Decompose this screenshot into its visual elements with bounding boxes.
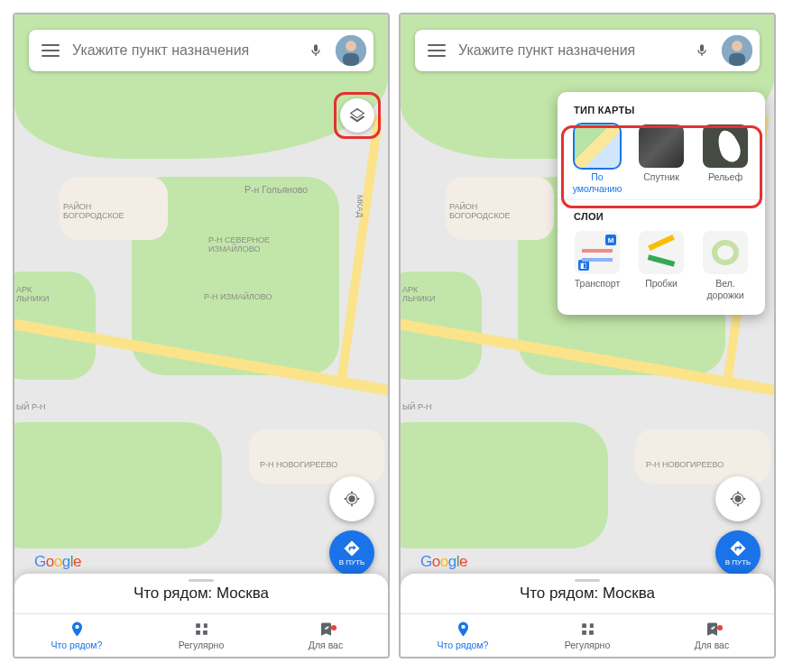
layer-traffic-thumb: [639, 231, 684, 274]
search-input[interactable]: [458, 42, 682, 59]
nav-item-nearby[interactable]: Что рядом?: [14, 614, 139, 657]
nav-label: Что рядом?: [51, 640, 103, 650]
map-type-terrain[interactable]: Рельеф: [696, 124, 754, 194]
map-type-satellite[interactable]: Спутник: [632, 124, 690, 194]
layer-traffic[interactable]: Пробки: [632, 231, 690, 300]
map-label: ЫЙ Р-Н: [16, 402, 45, 411]
map-label: ЫЙ Р-Н: [402, 402, 431, 411]
layers-button[interactable]: [340, 98, 374, 133]
bottom-nav: Что рядом? Регулярно Для вас: [401, 613, 774, 657]
notification-dot: [717, 625, 723, 631]
layer-label: Пробки: [645, 278, 678, 290]
map-label: Р-Н НОВОГИРЕЕВО: [646, 460, 724, 469]
map-type-terrain-thumb: [703, 124, 748, 168]
map-type-label: Спутник: [643, 171, 679, 183]
my-location-button[interactable]: [329, 476, 374, 521]
nav-label: Для вас: [309, 640, 343, 650]
section-title-layers: СЛОИ: [568, 211, 754, 222]
nav-item-nearby[interactable]: Что рядом?: [401, 614, 525, 657]
map-label: Р-Н СЕВЕРНОЕ ИЗМАЙЛОВО: [208, 235, 270, 253]
sheet-title: Что рядом: Москва: [134, 585, 269, 603]
google-logo: Google: [34, 553, 81, 571]
nav-label: Регулярно: [179, 640, 225, 650]
map-type-label: Рельеф: [708, 171, 742, 183]
svg-rect-5: [729, 53, 745, 66]
avatar[interactable]: [722, 35, 752, 66]
map-label: МКАД: [355, 195, 364, 217]
svg-point-4: [732, 41, 742, 51]
map-label: РАЙОН БОГОРОДСКОЕ: [63, 202, 124, 220]
map-label: РАЙОН БОГОРОДСКОЕ: [449, 202, 511, 220]
layer-bike[interactable]: Вел. дорожки: [696, 231, 754, 300]
map-label: Р-Н НОВОГИРЕЕВО: [260, 460, 337, 469]
google-logo: Google: [420, 553, 467, 571]
map-type-default[interactable]: По умолчанию: [568, 124, 626, 194]
nav-label: Для вас: [695, 640, 729, 650]
mic-icon[interactable]: [695, 41, 709, 60]
nav-item-commute[interactable]: Регулярно: [139, 614, 263, 657]
nav-item-commute[interactable]: Регулярно: [525, 614, 650, 657]
search-bar: [29, 30, 373, 71]
mic-icon[interactable]: [309, 41, 323, 60]
my-location-button[interactable]: [715, 476, 761, 521]
map-type-label: По умолчанию: [573, 171, 622, 194]
bottom-nav: Что рядом? Регулярно Для вас: [14, 613, 388, 657]
nav-item-foryou[interactable]: Для вас: [650, 614, 774, 657]
nav-item-foryou[interactable]: Для вас: [263, 614, 388, 657]
menu-icon[interactable]: [428, 44, 446, 57]
bottom-sheet[interactable]: Что рядом: Москва: [14, 574, 388, 613]
map-label: АРК ЛЬНИКИ: [16, 285, 50, 303]
layer-label: Транспорт: [575, 278, 621, 290]
map-label: Р-Н ИЗМАЙЛОВО: [204, 292, 272, 301]
map-label: АРК ЛЬНИКИ: [402, 285, 436, 303]
section-title-map-type: ТИП КАРТЫ: [568, 105, 754, 115]
layer-bike-thumb: [703, 231, 748, 274]
notification-dot: [331, 625, 337, 631]
nav-label: Регулярно: [565, 640, 611, 650]
phone-left: РАЙОН БОГОРОДСКОЕ Р-н Гольяново Р-Н СЕВЕ…: [13, 13, 390, 658]
avatar[interactable]: [336, 35, 366, 66]
navigate-label: В ПУТЬ: [339, 558, 365, 566]
layer-transit[interactable]: М◧ Транспорт: [568, 231, 626, 300]
map-type-default-thumb: [575, 124, 620, 168]
layer-transit-thumb: М◧: [575, 231, 620, 274]
search-input[interactable]: [72, 42, 296, 59]
navigate-label: В ПУТЬ: [725, 558, 752, 566]
navigate-button[interactable]: В ПУТЬ: [329, 530, 374, 575]
search-bar: [415, 30, 760, 71]
layer-label: Вел. дорожки: [706, 278, 743, 300]
map-type-satellite-thumb: [639, 124, 684, 168]
layers-panel: ТИП КАРТЫ По умолчанию Спутник Рельеф СЛ…: [558, 92, 765, 315]
svg-point-1: [346, 41, 356, 51]
bottom-sheet[interactable]: Что рядом: Москва: [401, 574, 774, 613]
navigate-button[interactable]: В ПУТЬ: [715, 530, 761, 575]
nav-label: Что рядом?: [438, 640, 489, 650]
phone-right: РАЙОН БОГОРОДСКОЕ АРК ЛЬНИКИ Р-Н НОВОГИР…: [399, 13, 776, 658]
menu-icon[interactable]: [41, 44, 60, 57]
map-label: Р-н Гольяново: [244, 184, 308, 195]
sheet-title: Что рядом: Москва: [520, 585, 655, 603]
svg-rect-2: [343, 53, 359, 66]
